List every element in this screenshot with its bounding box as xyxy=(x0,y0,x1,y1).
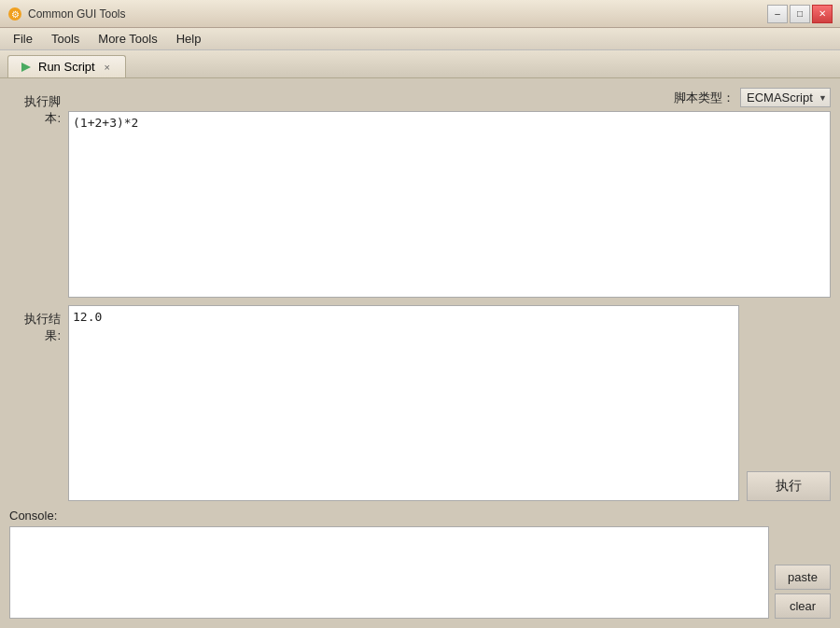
script-area-col: 脚本类型： ECMAScript Groovy Python (1+2+3)*2 xyxy=(68,88,831,298)
app-icon: ⚙ xyxy=(7,7,22,21)
svg-marker-2 xyxy=(21,63,31,72)
menu-bar: File Tools More Tools Help xyxy=(0,28,840,50)
paste-button[interactable]: paste xyxy=(775,565,831,590)
menu-file[interactable]: File xyxy=(4,30,42,48)
script-header: 脚本类型： ECMAScript Groovy Python xyxy=(68,88,831,107)
tab-label: Run Script xyxy=(38,60,95,74)
script-input[interactable]: (1+2+3)*2 xyxy=(68,111,831,298)
tab-run-script[interactable]: Run Script × xyxy=(7,55,126,77)
tab-bar: Run Script × xyxy=(0,50,840,78)
script-label: 执行脚本: xyxy=(9,88,61,127)
window-controls: – □ ✕ xyxy=(767,5,833,23)
result-output[interactable]: 12.0 xyxy=(68,305,739,501)
title-bar: ⚙ Common GUI Tools – □ ✕ xyxy=(0,0,840,28)
menu-tools[interactable]: Tools xyxy=(42,30,89,48)
menu-more-tools[interactable]: More Tools xyxy=(89,30,166,48)
script-section: 执行脚本: 脚本类型： ECMAScript Groovy Python (1+… xyxy=(9,88,831,298)
menu-help[interactable]: Help xyxy=(167,30,211,48)
execute-button[interactable]: 执行 xyxy=(747,471,831,501)
svg-text:⚙: ⚙ xyxy=(11,9,20,20)
console-input[interactable] xyxy=(9,526,769,619)
right-col: 执行 xyxy=(747,305,831,501)
main-content: 执行脚本: 脚本类型： ECMAScript Groovy Python (1+… xyxy=(0,78,840,628)
maximize-button[interactable]: □ xyxy=(790,5,810,23)
title-bar-text: Common GUI Tools xyxy=(28,7,767,21)
result-section: 执行结果: 12.0 执行 xyxy=(9,305,831,501)
console-label: Console: xyxy=(9,509,831,523)
tab-close-button[interactable]: × xyxy=(101,61,114,74)
run-script-icon xyxy=(20,61,33,74)
script-type-select[interactable]: ECMAScript Groovy Python xyxy=(740,88,831,107)
result-col: 12.0 xyxy=(68,305,739,501)
close-button[interactable]: ✕ xyxy=(812,5,833,23)
clear-button[interactable]: clear xyxy=(775,593,831,619)
script-type-select-wrapper[interactable]: ECMAScript Groovy Python xyxy=(740,88,831,107)
minimize-button[interactable]: – xyxy=(767,5,788,23)
script-type-label: 脚本类型： xyxy=(674,90,735,106)
console-buttons: paste clear xyxy=(775,526,831,619)
console-section: Console: paste clear xyxy=(9,509,831,619)
result-label: 执行结果: xyxy=(9,305,61,344)
console-body: paste clear xyxy=(9,526,831,619)
